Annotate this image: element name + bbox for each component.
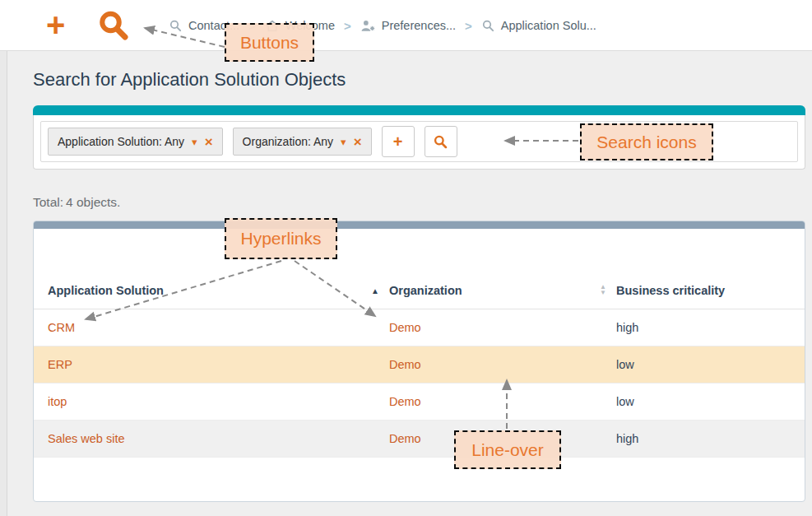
- sort-ascending-icon[interactable]: ▲: [371, 286, 379, 295]
- table-top-bar: [34, 221, 805, 229]
- business-criticality-value: high: [616, 432, 805, 445]
- top-toolbar: + Contact... > Welcome: [0, 0, 812, 51]
- organization-link[interactable]: Demo: [389, 395, 421, 408]
- annotation-line-over: Line-over: [454, 430, 561, 469]
- itop-search-screen: + Contact... > Welcome: [0, 0, 812, 516]
- breadcrumb-label: Application Solu...: [501, 19, 596, 32]
- table-header-row: Application Solution ▲ Organization ▲ ▼ …: [34, 229, 805, 309]
- app-solution-link[interactable]: Sales web site: [48, 432, 125, 445]
- breadcrumb-item-application-solution[interactable]: Application Solu...: [481, 19, 596, 33]
- collapsed-sidebar-edge[interactable]: [0, 51, 7, 516]
- total-value: 4 objects.: [66, 195, 120, 209]
- app-solution-link[interactable]: ERP: [48, 358, 72, 371]
- search-icon: [433, 134, 448, 150]
- filter-chip-label: Application Solution: Any: [58, 135, 184, 148]
- app-solution-link[interactable]: CRM: [48, 321, 75, 334]
- annotation-buttons: Buttons: [225, 23, 314, 62]
- results-table: Application Solution ▲ Organization ▲ ▼ …: [33, 221, 805, 502]
- chevron-down-icon[interactable]: ▾: [192, 137, 197, 147]
- annotation-search-icons: Search icons: [580, 123, 713, 160]
- breadcrumb-label: Preferences...: [382, 19, 456, 32]
- filter-chip-label: Organization: Any: [243, 135, 334, 148]
- column-header-application-solution[interactable]: Application Solution ▲: [48, 284, 389, 309]
- filter-chip-application-solution[interactable]: Application Solution: Any ▾ ×: [48, 128, 223, 156]
- new-object-button[interactable]: +: [46, 5, 65, 44]
- chevron-down-icon[interactable]: ▾: [341, 137, 346, 147]
- business-criticality-value: low: [616, 358, 805, 371]
- run-search-button[interactable]: [425, 126, 457, 157]
- sort-unsorted-icon[interactable]: ▲ ▼: [600, 285, 606, 296]
- remove-filter-icon[interactable]: ×: [354, 137, 362, 147]
- organization-link[interactable]: Demo: [389, 358, 421, 371]
- remove-filter-icon[interactable]: ×: [205, 137, 213, 147]
- business-criticality-value: high: [616, 321, 805, 334]
- business-criticality-value: low: [616, 395, 805, 408]
- user-gear-icon: [360, 19, 376, 33]
- search-icon: [481, 19, 495, 33]
- chevron-right-icon: >: [465, 19, 472, 33]
- global-search-button[interactable]: [97, 9, 130, 42]
- add-criterion-button[interactable]: +: [382, 126, 415, 157]
- organization-link[interactable]: Demo: [389, 321, 421, 334]
- plus-icon: +: [393, 133, 403, 150]
- search-panel-accent-bar: [33, 105, 805, 115]
- total-label: Total:: [33, 195, 63, 209]
- results-total: Total:4 objects.: [33, 195, 120, 210]
- app-solution-link[interactable]: itop: [48, 395, 67, 408]
- chevron-right-icon: >: [344, 19, 351, 33]
- table-row-itop[interactable]: itop Demo low: [34, 384, 805, 421]
- filter-chip-organization[interactable]: Organization: Any ▾ ×: [233, 128, 372, 156]
- table-row-erp-hovered[interactable]: ERP Demo low: [34, 346, 805, 384]
- search-icon: [169, 19, 183, 33]
- page-title: Search for Application Solution Objects: [33, 69, 346, 91]
- column-header-business-criticality[interactable]: Business criticality: [616, 284, 805, 309]
- column-header-organization[interactable]: Organization ▲ ▼: [389, 284, 616, 309]
- table-row-sales-web-site[interactable]: Sales web site Demo high: [34, 421, 805, 458]
- breadcrumb-item-preferences[interactable]: Preferences...: [360, 19, 456, 33]
- table-row-crm[interactable]: CRM Demo high: [34, 309, 805, 346]
- annotation-hyperlinks: Hyperlinks: [225, 218, 337, 259]
- organization-link[interactable]: Demo: [389, 432, 421, 445]
- search-icon: [97, 9, 130, 42]
